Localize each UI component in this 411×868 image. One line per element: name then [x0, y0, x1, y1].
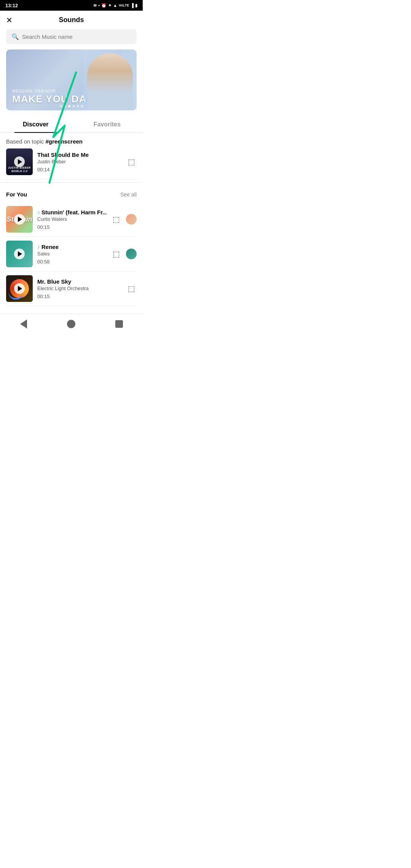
dot-2 [64, 105, 66, 107]
header: ✕ Sounds [0, 11, 143, 29]
track-duration-stunnin: 00:15 [37, 224, 107, 230]
close-button[interactable]: ✕ [6, 16, 13, 24]
status-time: 13:12 [5, 3, 18, 8]
track-thumb-renee: ◎ [6, 241, 33, 267]
dot-icon: • [98, 3, 100, 8]
signal-icon: ▐ [131, 3, 134, 8]
track-info-renee: ♪ Renee Sales 00:58 [37, 244, 107, 265]
track-title-renee: ♪ Renee [37, 244, 107, 250]
track-title-stunnin: ♪ Stunnin' (feat. Harm Fr... [37, 209, 107, 215]
search-icon: 🔍 [11, 33, 19, 40]
track-duration-mrbluesky: 00:15 [37, 294, 122, 299]
bookmark-button-mrbluesky[interactable]: ⬚ [126, 282, 137, 295]
divider [0, 182, 143, 183]
track-artist-renee: Sales [37, 251, 107, 257]
stop-button[interactable] [115, 320, 123, 328]
track-thumb-bieber: JUSTIN BIEBER WORLD 2.0 [6, 148, 33, 175]
play-icon [18, 159, 22, 164]
topic-label: Based on topic #greenscreen [6, 138, 137, 145]
banner-person [83, 49, 137, 110]
stop-icon [115, 320, 123, 328]
track-duration-renee: 00:58 [37, 259, 107, 265]
track-duration-bieber: 00:14 [37, 167, 122, 172]
dot-5 [76, 105, 79, 107]
topic-section: Based on topic #greenscreen JUSTIN BIEBE… [0, 133, 143, 179]
track-artist-mrbluesky: Electric Light Orchestra [37, 286, 122, 291]
page-title: Sounds [59, 16, 84, 24]
side-circle-stunnin [126, 214, 137, 225]
track-info-mrbluesky: Mr. Blue Sky Electric Light Orchestra 00… [37, 278, 122, 299]
back-icon [20, 319, 27, 329]
track-item-stunnin[interactable]: Stunnin ♪ Stunnin' (feat. Harm Fr... Cur… [6, 202, 137, 237]
alarm-icon: ⏰ [101, 3, 107, 8]
play-icon-stunnin [18, 217, 22, 222]
home-icon [67, 320, 75, 328]
play-icon-renee [18, 251, 22, 257]
soundwave-icon: ≋ [93, 3, 97, 8]
track-title-bieber: That Should Be Me [37, 152, 122, 158]
lte-icon: VoLTE [119, 3, 129, 7]
track-artist-stunnin: Curtis Waters [37, 216, 107, 222]
tab-discover[interactable]: Discover [0, 116, 72, 132]
search-container: 🔍 [0, 29, 143, 49]
banner-figure [87, 53, 133, 110]
for-you-header: For You See all [6, 191, 137, 198]
banner: MEGHAN TRAINOR MAKE YOU DANCE [6, 49, 137, 110]
back-button[interactable] [20, 319, 27, 329]
play-button-renee[interactable] [14, 249, 25, 259]
play-button-mrbluesky[interactable] [14, 283, 25, 294]
play-button-stunnin[interactable] [14, 214, 25, 225]
track-artist-bieber: Justin Bieber [37, 159, 122, 164]
dot-6 [81, 105, 83, 107]
bluetooth-icon: ✦ [108, 3, 112, 8]
bookmark-button-bieber[interactable]: ⬚ [126, 156, 137, 168]
track-item-mrbluesky[interactable]: Mr. Blue Sky Electric Light Orchestra 00… [6, 271, 137, 306]
music-note-icon-stunnin: ♪ [37, 209, 40, 215]
see-all-button[interactable]: See all [120, 191, 137, 198]
track-item-renee[interactable]: ◎ ♪ Renee Sales 00:58 ⬚ [6, 237, 137, 271]
tab-favorites[interactable]: Favorites [72, 116, 143, 132]
battery-icon: ▮ [135, 3, 137, 8]
track-thumb-mrbluesky [6, 275, 33, 302]
search-bar: 🔍 [6, 29, 137, 44]
dot-1 [60, 105, 62, 107]
banner-dots [60, 105, 83, 107]
bieber-art-text: JUSTIN BIEBER WORLD 2.0 [8, 166, 31, 173]
track-item-bieber[interactable]: JUSTIN BIEBER WORLD 2.0 That Should Be M… [6, 145, 137, 179]
search-input[interactable] [22, 34, 131, 40]
track-info-bieber: That Should Be Me Justin Bieber 00:14 [37, 152, 122, 172]
bookmark-button-stunnin[interactable]: ⬚ [111, 213, 121, 225]
status-bar: 13:12 ≋ • ⏰ ✦ ▲ VoLTE ▐ ▮ [0, 0, 143, 11]
tabs: Discover Favorites [0, 116, 143, 133]
play-icon-mrbluesky [18, 286, 22, 291]
wifi-icon: ▲ [113, 3, 117, 8]
play-button-bieber[interactable] [14, 156, 25, 167]
dot-4 [72, 105, 75, 107]
track-title-mrbluesky: Mr. Blue Sky [37, 278, 122, 285]
bookmark-button-renee[interactable]: ⬚ [111, 248, 121, 260]
side-circle-renee [126, 249, 137, 259]
music-note-icon-renee: ♪ [37, 244, 40, 250]
for-you-section: For You See all Stunnin ♪ Stunnin' (feat… [0, 186, 143, 306]
home-button[interactable] [67, 320, 75, 328]
for-you-label: For You [6, 191, 27, 198]
track-thumb-stunnin: Stunnin [6, 206, 33, 233]
track-info-stunnin: ♪ Stunnin' (feat. Harm Fr... Curtis Wate… [37, 209, 107, 230]
status-icons: ≋ • ⏰ ✦ ▲ VoLTE ▐ ▮ [93, 3, 137, 8]
dot-3 [68, 105, 70, 107]
bottom-nav [0, 314, 143, 336]
